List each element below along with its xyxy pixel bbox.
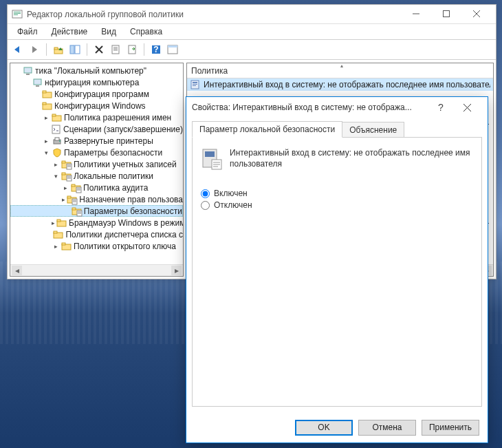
svg-rect-65 [54,231,57,233]
radio-disabled-input[interactable] [201,201,210,210]
menu-file[interactable]: Файл [10,25,45,39]
svg-rect-26 [36,85,39,87]
chevron-down-icon[interactable] [42,149,50,156]
script-icon [51,124,62,135]
tab-explain[interactable]: Объяснение [342,122,404,137]
tree-item-label: Политики открытого ключа [74,242,176,251]
svg-rect-22 [168,45,177,47]
up-button[interactable] [51,42,66,57]
svg-rect-9 [54,47,58,50]
tab-local-security-setting[interactable]: Параметр локальной безопасности [192,121,342,138]
scroll-left-icon[interactable]: ◂ [12,266,22,275]
maximize-button[interactable] [431,6,461,22]
tree-item[interactable]: Политики диспетчера списка с [10,228,183,240]
tree-item[interactable]: Политики открытого ключа [10,240,183,252]
list-row[interactable]: Интерактивный вход в систему: не отображ… [187,78,493,91]
properties-button[interactable] [108,42,123,57]
svg-rect-48 [72,184,75,186]
chevron-right-icon[interactable] [52,161,60,168]
radio-enabled[interactable]: Включен [201,189,473,198]
radio-enabled-input[interactable] [201,189,210,198]
pc-icon [23,65,34,76]
svg-rect-23 [24,67,32,73]
svg-rect-67 [62,243,65,245]
chevron-right-icon[interactable] [61,196,65,203]
tree-item[interactable]: нфигурация компьютера [10,76,183,88]
chevron-down-icon[interactable] [52,173,60,180]
toolbar: ? [8,39,496,60]
tree-item[interactable]: тика "Локальный компьютер" [10,65,183,76]
back-button[interactable] [10,42,25,57]
tree-item-label: Назначение прав пользова [79,195,183,204]
svg-rect-53 [67,196,71,198]
tree-item[interactable]: Параметры безопасности [10,147,183,158]
radio-enabled-label: Включен [214,189,248,198]
tree-item[interactable]: Сценарии (запуск/завершение) [10,123,183,135]
tree-item[interactable]: Конфигурация Windows [10,100,183,111]
list-header-policy[interactable]: Политика ▴ [187,63,493,78]
tree-item[interactable]: Развернутые принтеры [10,135,183,147]
tree-item[interactable]: Политика аудита [10,182,183,193]
ok-button[interactable]: OK [295,420,353,436]
chevron-right-icon[interactable] [61,184,69,191]
policy-item-icon [190,79,201,90]
tree-item-label: Конфигурация Windows [54,101,146,111]
folder-icon [52,112,63,123]
radio-disabled[interactable]: Отключен [201,200,473,210]
tree-body[interactable]: тика "Локальный компьютер"нфигурация ком… [10,63,183,264]
help-button[interactable]: ? [149,42,164,57]
app-icon [12,9,23,20]
delete-button[interactable] [91,42,107,57]
tree-item-label: Локальные политики [74,171,153,181]
svg-rect-24 [26,74,30,75]
tree-item[interactable]: Назначение прав пользова [10,193,183,205]
dialog-close-button[interactable] [452,99,482,116]
folder-p-icon [72,206,83,217]
folder-icon [42,89,53,100]
apply-button[interactable]: Применить [422,420,479,436]
svg-point-36 [59,140,61,142]
tree-item[interactable]: Политика разрешения имен [10,111,183,123]
chevron-right-icon[interactable] [52,243,60,250]
show-hide-button[interactable] [67,42,83,57]
policy-properties-dialog: Свойства: Интерактивный вход в систему: … [186,96,488,443]
scroll-right-icon[interactable]: ▸ [171,266,182,275]
tree-item[interactable]: Политики учетных записей [10,158,183,170]
svg-rect-69 [193,82,197,83]
tree-item[interactable]: Параметры безопасности [10,205,183,217]
svg-rect-70 [193,84,197,85]
svg-rect-33 [52,125,60,134]
tree-item-label: Политика аудита [83,183,148,193]
chevron-right-icon[interactable] [42,138,50,145]
policy-name-text: Интерактивный вход в систему: не отображ… [230,147,473,171]
tab-panel: Интерактивный вход в систему: не отображ… [192,137,482,407]
tree-item[interactable]: Локальные политики [10,170,183,182]
menu-view[interactable]: Вид [94,25,123,39]
sort-asc-icon: ▴ [340,63,343,69]
close-button[interactable] [461,6,492,22]
folder-p-icon [71,182,82,193]
tree-item-label: Политика разрешения имен [64,113,171,122]
chevron-right-icon[interactable] [42,114,50,121]
menu-help[interactable]: Справка [123,25,169,39]
dialog-help-button[interactable]: ? [430,102,452,113]
tree-h-scrollbar[interactable]: ◂ ▸ [10,264,183,276]
tree-item[interactable]: Конфигурация программ [10,88,183,100]
menu-action[interactable]: Действие [45,25,95,39]
chevron-right-icon[interactable] [52,220,55,226]
filter-button[interactable] [165,42,180,57]
folder-icon [56,217,67,228]
tree-item-label: Параметры безопасности [64,148,162,158]
export-button[interactable] [124,42,140,57]
cancel-button[interactable]: Отмена [358,420,416,436]
forward-button[interactable] [27,42,42,57]
radio-disabled-label: Отключен [214,200,252,210]
folder-icon [61,241,72,252]
minimize-button[interactable] [401,6,431,22]
svg-rect-35 [55,138,59,140]
tree-item[interactable]: Брандмауэр Windows в режим [10,217,183,228]
printer-icon [52,136,63,147]
dialog-tabs: Параметр локальной безопасности Объяснен… [186,118,488,137]
svg-rect-30 [43,103,46,105]
tree-item-label: Развернутые принтеры [64,136,153,146]
